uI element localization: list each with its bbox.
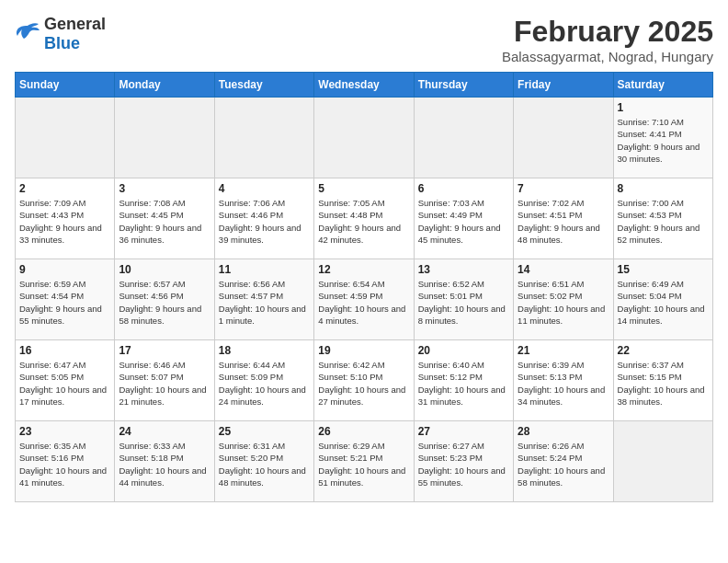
- day-info: Sunrise: 6:59 AM Sunset: 4:54 PM Dayligh…: [19, 278, 110, 327]
- day-number: 2: [19, 182, 110, 195]
- calendar-cell: 23Sunrise: 6:35 AM Sunset: 5:16 PM Dayli…: [16, 421, 115, 502]
- day-info: Sunrise: 6:33 AM Sunset: 5:18 PM Dayligh…: [119, 440, 210, 488]
- calendar-header: SundayMondayTuesdayWednesdayThursdayFrid…: [16, 73, 713, 98]
- logo-text: General Blue: [44, 15, 106, 53]
- weekday-tuesday: Tuesday: [214, 73, 313, 98]
- calendar-cell: 25Sunrise: 6:31 AM Sunset: 5:20 PM Dayli…: [214, 421, 313, 502]
- day-number: 19: [318, 344, 409, 357]
- day-info: Sunrise: 6:35 AM Sunset: 5:16 PM Dayligh…: [19, 440, 110, 488]
- day-info: Sunrise: 6:46 AM Sunset: 5:07 PM Dayligh…: [119, 359, 210, 408]
- calendar-cell: 16Sunrise: 6:47 AM Sunset: 5:05 PM Dayli…: [16, 340, 115, 421]
- weekday-sunday: Sunday: [16, 73, 115, 98]
- calendar-cell: 2Sunrise: 7:09 AM Sunset: 4:43 PM Daylig…: [16, 178, 115, 259]
- calendar-cell: 8Sunrise: 7:00 AM Sunset: 4:53 PM Daylig…: [613, 178, 712, 259]
- day-number: 5: [318, 182, 409, 195]
- day-number: 3: [119, 182, 210, 195]
- day-info: Sunrise: 7:09 AM Sunset: 4:43 PM Dayligh…: [19, 197, 110, 246]
- title-block: February 2025 Balassagyarmat, Nograd, Hu…: [502, 15, 713, 64]
- calendar-cell: [214, 98, 313, 178]
- day-info: Sunrise: 6:42 AM Sunset: 5:10 PM Dayligh…: [318, 359, 409, 408]
- calendar-week-1: 1Sunrise: 7:10 AM Sunset: 4:41 PM Daylig…: [16, 98, 713, 178]
- calendar-cell: [414, 98, 513, 178]
- day-number: 28: [518, 425, 609, 438]
- calendar-cell: 20Sunrise: 6:40 AM Sunset: 5:12 PM Dayli…: [414, 340, 513, 421]
- calendar-cell: 4Sunrise: 7:06 AM Sunset: 4:46 PM Daylig…: [214, 178, 313, 259]
- day-info: Sunrise: 6:27 AM Sunset: 5:23 PM Dayligh…: [418, 440, 509, 488]
- day-number: 1: [618, 101, 709, 114]
- calendar-cell: 10Sunrise: 6:57 AM Sunset: 4:56 PM Dayli…: [115, 259, 214, 340]
- day-info: Sunrise: 6:54 AM Sunset: 4:59 PM Dayligh…: [318, 278, 409, 327]
- calendar-cell: 5Sunrise: 7:05 AM Sunset: 4:48 PM Daylig…: [314, 178, 414, 259]
- calendar-cell: 19Sunrise: 6:42 AM Sunset: 5:10 PM Dayli…: [314, 340, 414, 421]
- day-number: 13: [418, 263, 509, 276]
- calendar-title: February 2025: [502, 15, 713, 49]
- calendar-week-3: 9Sunrise: 6:59 AM Sunset: 4:54 PM Daylig…: [16, 259, 713, 340]
- day-number: 26: [318, 425, 409, 438]
- day-info: Sunrise: 6:37 AM Sunset: 5:15 PM Dayligh…: [618, 359, 709, 408]
- calendar-week-2: 2Sunrise: 7:09 AM Sunset: 4:43 PM Daylig…: [16, 178, 713, 259]
- calendar-table: SundayMondayTuesdayWednesdayThursdayFrid…: [15, 72, 713, 502]
- calendar-subtitle: Balassagyarmat, Nograd, Hungary: [502, 49, 713, 64]
- day-number: 22: [618, 344, 709, 357]
- header: General Blue February 2025 Balassagyarma…: [15, 15, 713, 64]
- day-number: 20: [418, 344, 509, 357]
- day-number: 24: [119, 425, 210, 438]
- calendar-cell: 1Sunrise: 7:10 AM Sunset: 4:41 PM Daylig…: [613, 98, 712, 178]
- day-info: Sunrise: 6:39 AM Sunset: 5:13 PM Dayligh…: [518, 359, 609, 408]
- day-info: Sunrise: 7:05 AM Sunset: 4:48 PM Dayligh…: [318, 197, 409, 246]
- day-number: 11: [219, 263, 310, 276]
- day-info: Sunrise: 6:31 AM Sunset: 5:20 PM Dayligh…: [219, 440, 310, 488]
- calendar-cell: 21Sunrise: 6:39 AM Sunset: 5:13 PM Dayli…: [514, 340, 613, 421]
- day-number: 6: [418, 182, 509, 195]
- day-number: 17: [119, 344, 210, 357]
- calendar-cell: 15Sunrise: 6:49 AM Sunset: 5:04 PM Dayli…: [613, 259, 712, 340]
- calendar-cell: 7Sunrise: 7:02 AM Sunset: 4:51 PM Daylig…: [514, 178, 613, 259]
- day-number: 18: [219, 344, 310, 357]
- day-number: 21: [518, 344, 609, 357]
- calendar-cell: 28Sunrise: 6:26 AM Sunset: 5:24 PM Dayli…: [514, 421, 613, 502]
- calendar-cell: 24Sunrise: 6:33 AM Sunset: 5:18 PM Dayli…: [115, 421, 214, 502]
- day-number: 25: [219, 425, 310, 438]
- day-info: Sunrise: 6:40 AM Sunset: 5:12 PM Dayligh…: [418, 359, 509, 408]
- weekday-friday: Friday: [514, 73, 613, 98]
- calendar-cell: 14Sunrise: 6:51 AM Sunset: 5:02 PM Dayli…: [514, 259, 613, 340]
- day-info: Sunrise: 7:02 AM Sunset: 4:51 PM Dayligh…: [518, 197, 609, 246]
- day-number: 27: [418, 425, 509, 438]
- calendar-cell: [514, 98, 613, 178]
- calendar-cell: [115, 98, 214, 178]
- weekday-header-row: SundayMondayTuesdayWednesdayThursdayFrid…: [16, 73, 713, 98]
- day-info: Sunrise: 7:03 AM Sunset: 4:49 PM Dayligh…: [418, 197, 509, 246]
- weekday-thursday: Thursday: [414, 73, 513, 98]
- calendar-cell: 27Sunrise: 6:27 AM Sunset: 5:23 PM Dayli…: [414, 421, 513, 502]
- calendar-cell: [314, 98, 414, 178]
- calendar-cell: 3Sunrise: 7:08 AM Sunset: 4:45 PM Daylig…: [115, 178, 214, 259]
- calendar-week-5: 23Sunrise: 6:35 AM Sunset: 5:16 PM Dayli…: [16, 421, 713, 502]
- day-info: Sunrise: 6:47 AM Sunset: 5:05 PM Dayligh…: [19, 359, 110, 408]
- calendar-cell: 18Sunrise: 6:44 AM Sunset: 5:09 PM Dayli…: [214, 340, 313, 421]
- weekday-saturday: Saturday: [613, 73, 712, 98]
- day-info: Sunrise: 6:57 AM Sunset: 4:56 PM Dayligh…: [119, 278, 210, 327]
- day-info: Sunrise: 7:00 AM Sunset: 4:53 PM Dayligh…: [618, 197, 709, 246]
- calendar-cell: 26Sunrise: 6:29 AM Sunset: 5:21 PM Dayli…: [314, 421, 414, 502]
- calendar-cell: 17Sunrise: 6:46 AM Sunset: 5:07 PM Dayli…: [115, 340, 214, 421]
- calendar-cell: [613, 421, 712, 502]
- day-number: 23: [19, 425, 110, 438]
- calendar-cell: 6Sunrise: 7:03 AM Sunset: 4:49 PM Daylig…: [414, 178, 513, 259]
- calendar-cell: [16, 98, 115, 178]
- weekday-monday: Monday: [115, 73, 214, 98]
- calendar-cell: 13Sunrise: 6:52 AM Sunset: 5:01 PM Dayli…: [414, 259, 513, 340]
- logo-icon: [15, 22, 40, 46]
- calendar-cell: 9Sunrise: 6:59 AM Sunset: 4:54 PM Daylig…: [16, 259, 115, 340]
- calendar-body: 1Sunrise: 7:10 AM Sunset: 4:41 PM Daylig…: [16, 98, 713, 502]
- day-number: 8: [618, 182, 709, 195]
- day-number: 9: [19, 263, 110, 276]
- day-number: 14: [518, 263, 609, 276]
- day-info: Sunrise: 6:29 AM Sunset: 5:21 PM Dayligh…: [318, 440, 409, 488]
- day-number: 7: [518, 182, 609, 195]
- day-info: Sunrise: 6:26 AM Sunset: 5:24 PM Dayligh…: [518, 440, 609, 488]
- day-info: Sunrise: 6:52 AM Sunset: 5:01 PM Dayligh…: [418, 278, 509, 327]
- day-info: Sunrise: 6:51 AM Sunset: 5:02 PM Dayligh…: [518, 278, 609, 327]
- weekday-wednesday: Wednesday: [314, 73, 414, 98]
- day-number: 12: [318, 263, 409, 276]
- day-info: Sunrise: 6:56 AM Sunset: 4:57 PM Dayligh…: [219, 278, 310, 327]
